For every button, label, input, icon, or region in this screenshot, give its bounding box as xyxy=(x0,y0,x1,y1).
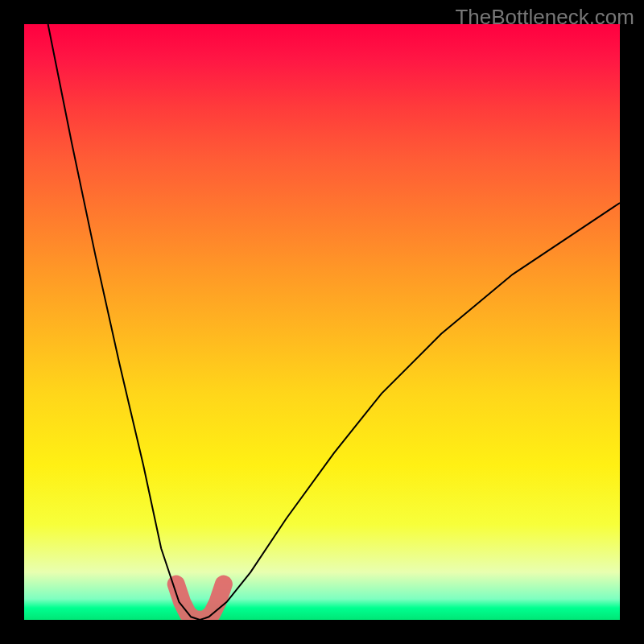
plot-area xyxy=(24,24,620,620)
chart-frame: TheBottleneck.com xyxy=(0,0,644,644)
curve-right-branch xyxy=(200,203,620,620)
watermark-text: TheBottleneck.com xyxy=(455,5,634,30)
curve-left-branch xyxy=(48,24,200,620)
valley-highlight xyxy=(176,584,224,620)
curve-layer xyxy=(24,24,620,620)
